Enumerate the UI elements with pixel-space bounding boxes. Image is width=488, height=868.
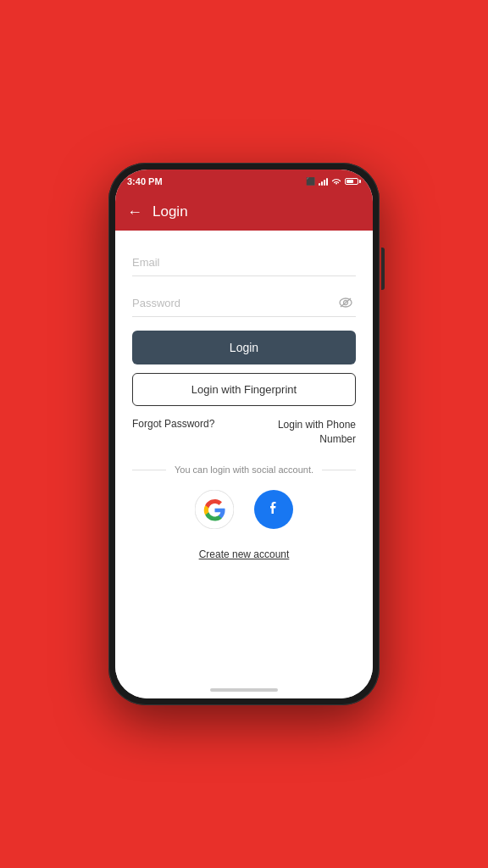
divider-line-right <box>322 470 356 470</box>
extra-links-row: Forgot Password? Login with Phone Number <box>132 418 356 447</box>
back-button[interactable]: ← <box>127 204 142 220</box>
email-input-group <box>132 249 356 276</box>
create-account-section: Create new account <box>132 546 356 561</box>
toggle-password-icon[interactable] <box>339 297 352 310</box>
home-indicator <box>115 682 373 698</box>
content-area: Login Login with Fingerprint Forgot Pass… <box>115 231 373 682</box>
phone-screen: 3:40 PM ⬛ <box>115 170 373 698</box>
signal-icon <box>319 177 328 186</box>
battery-icon <box>345 178 361 185</box>
phone-frame: 3:40 PM ⬛ <box>108 163 380 705</box>
google-icon <box>195 490 234 529</box>
status-icons: ⬛ <box>306 177 361 186</box>
social-divider-text: You can login with social account. <box>166 464 322 476</box>
email-field[interactable] <box>132 249 356 275</box>
svg-point-3 <box>195 490 234 529</box>
record-icon: ⬛ <box>306 177 315 186</box>
password-input-group <box>132 290 356 317</box>
top-bar: ← Login <box>115 193 373 231</box>
facebook-icon <box>254 490 293 529</box>
phone-login-link[interactable]: Login with Phone Number <box>254 418 356 447</box>
forgot-password-link[interactable]: Forgot Password? <box>132 418 214 430</box>
home-bar <box>210 688 278 692</box>
fingerprint-login-button[interactable]: Login with Fingerprint <box>132 373 356 406</box>
social-divider: You can login with social account. <box>132 464 356 476</box>
status-bar: 3:40 PM ⬛ <box>115 170 373 193</box>
page-title: Login <box>152 203 188 220</box>
social-icons-row <box>132 490 356 529</box>
password-field[interactable] <box>132 290 356 316</box>
create-account-link[interactable]: Create new account <box>199 548 290 560</box>
divider-line-left <box>132 470 166 470</box>
wifi-icon <box>331 177 341 186</box>
facebook-login-button[interactable] <box>254 490 293 529</box>
login-button[interactable]: Login <box>132 331 356 364</box>
status-time: 3:40 PM <box>127 176 163 186</box>
google-login-button[interactable] <box>195 490 234 529</box>
